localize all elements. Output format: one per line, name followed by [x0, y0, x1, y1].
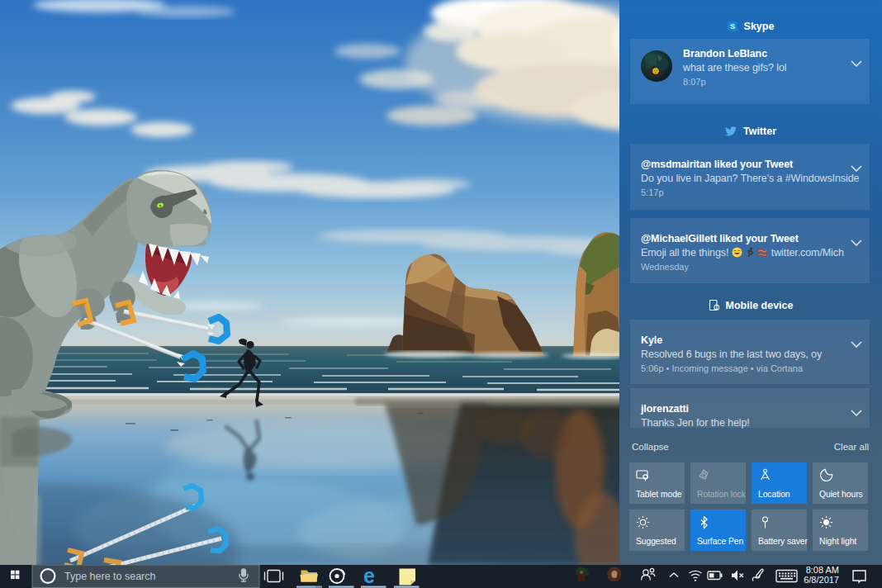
svg-text:e: e [363, 565, 375, 587]
svg-text:8:08 AM: 8:08 AM [806, 565, 839, 575]
svg-text:Type here to search: Type here to search [64, 571, 156, 582]
svg-text:S: S [730, 22, 735, 31]
svg-text:6/8/2017: 6/8/2017 [804, 575, 839, 585]
